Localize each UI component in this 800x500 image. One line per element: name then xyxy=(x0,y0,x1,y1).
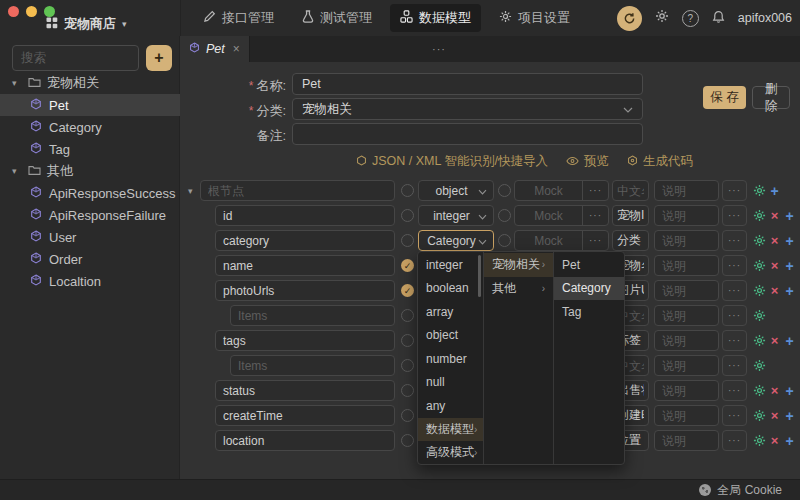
field-type-select[interactable]: integer xyxy=(418,205,494,226)
field-name-input[interactable] xyxy=(215,380,395,401)
more-options-button[interactable]: ··· xyxy=(722,405,747,426)
global-cookie-label[interactable]: 全局 Cookie xyxy=(717,482,782,499)
add-field-icon[interactable]: + xyxy=(783,233,796,248)
delete-field-icon[interactable]: × xyxy=(768,408,781,423)
description-input[interactable] xyxy=(654,230,719,251)
delete-field-icon[interactable]: × xyxy=(768,258,781,273)
type-option-integer[interactable]: integer xyxy=(418,253,483,277)
advanced-settings-icon[interactable] xyxy=(753,433,766,448)
type-option-null[interactable]: null xyxy=(418,371,483,395)
field-name-input[interactable] xyxy=(215,255,395,276)
advanced-settings-icon[interactable] xyxy=(753,183,766,198)
description-input[interactable] xyxy=(654,180,719,201)
required-checkbox[interactable] xyxy=(401,309,414,322)
mock-more-button[interactable]: ··· xyxy=(582,206,608,225)
required-checkbox[interactable] xyxy=(401,209,414,222)
menu-item-数据模型[interactable]: 数据模型› xyxy=(418,418,483,442)
sync-button[interactable] xyxy=(617,6,642,31)
field-name-input[interactable] xyxy=(215,280,395,301)
gear-icon[interactable] xyxy=(655,9,669,27)
advanced-settings-icon[interactable] xyxy=(753,383,766,398)
advanced-settings-icon[interactable] xyxy=(753,408,766,423)
scrollbar-thumb[interactable] xyxy=(478,255,481,297)
sidebar-item-apiresponsesuccess[interactable]: ApiResponseSuccess xyxy=(0,182,180,204)
delete-field-icon[interactable]: × xyxy=(768,433,781,448)
add-field-icon[interactable]: + xyxy=(783,283,796,298)
tree-folder[interactable]: ▾宠物相关 xyxy=(0,72,180,94)
advanced-settings-icon[interactable] xyxy=(753,333,766,348)
field-name-input[interactable] xyxy=(215,230,395,251)
menu-item-高级模式[interactable]: 高级模式› xyxy=(418,441,483,465)
secondary-checkbox[interactable] xyxy=(498,234,511,247)
sidebar-item-localtion[interactable]: Localtion xyxy=(0,270,180,292)
nav-tab-model[interactable]: 数据模型 xyxy=(390,4,481,32)
add-model-button[interactable]: + xyxy=(146,45,172,71)
model-category-select[interactable]: 宠物相关 xyxy=(292,98,643,120)
delete-field-icon[interactable]: × xyxy=(768,283,781,298)
required-checkbox[interactable] xyxy=(401,409,414,422)
advanced-settings-icon[interactable] xyxy=(753,258,766,273)
more-options-button[interactable]: ··· xyxy=(722,380,747,401)
mock-more-button[interactable]: ··· xyxy=(582,231,608,250)
search-input[interactable] xyxy=(12,45,139,71)
delete-field-icon[interactable]: × xyxy=(768,233,781,248)
required-checkbox[interactable] xyxy=(401,184,414,197)
more-options-button[interactable]: ··· xyxy=(722,230,747,251)
advanced-settings-icon[interactable] xyxy=(753,308,766,323)
model-group-宠物相关[interactable]: 宠物相关› xyxy=(484,253,553,277)
type-option-number[interactable]: number xyxy=(418,347,483,371)
add-field-icon[interactable]: + xyxy=(768,183,781,198)
preview-link[interactable]: 预览 xyxy=(566,153,609,170)
minimize-window-button[interactable] xyxy=(26,6,37,17)
more-options-button[interactable]: ··· xyxy=(722,430,747,451)
sidebar-item-tag[interactable]: Tag xyxy=(0,138,180,160)
description-input[interactable] xyxy=(654,380,719,401)
save-button[interactable]: 保 存 xyxy=(703,86,746,109)
nav-tab-settings[interactable]: 项目设置 xyxy=(489,4,580,32)
type-option-any[interactable]: any xyxy=(418,394,483,418)
add-field-icon[interactable]: + xyxy=(783,333,796,348)
help-icon[interactable]: ? xyxy=(682,10,699,27)
model-note-input[interactable] xyxy=(292,123,643,145)
tab-more-button[interactable]: ··· xyxy=(432,36,446,62)
sidebar-item-pet[interactable]: Pet xyxy=(0,94,180,116)
delete-field-icon[interactable]: × xyxy=(768,333,781,348)
model-name-input[interactable] xyxy=(292,73,643,95)
required-checkbox[interactable] xyxy=(401,384,414,397)
tab-pet[interactable]: Pet × xyxy=(180,36,250,62)
title-input[interactable] xyxy=(612,180,649,201)
model-option-tag[interactable]: Tag xyxy=(554,300,624,324)
nav-tab-test[interactable]: 测试管理 xyxy=(292,4,382,32)
advanced-settings-icon[interactable] xyxy=(753,233,766,248)
type-option-array[interactable]: array xyxy=(418,300,483,324)
field-name-input[interactable] xyxy=(230,355,395,376)
required-checkbox[interactable] xyxy=(401,334,414,347)
mock-input[interactable] xyxy=(515,206,582,225)
delete-button[interactable]: 删除 xyxy=(752,86,790,109)
required-checkbox[interactable]: ✓ xyxy=(401,284,414,297)
sidebar-item-order[interactable]: Order xyxy=(0,248,180,270)
advanced-settings-icon[interactable] xyxy=(753,208,766,223)
field-name-input[interactable] xyxy=(215,205,395,226)
mock-input[interactable] xyxy=(515,181,582,200)
more-options-button[interactable]: ··· xyxy=(722,330,747,351)
add-field-icon[interactable]: + xyxy=(783,433,796,448)
sidebar-item-user[interactable]: User xyxy=(0,226,180,248)
title-input[interactable] xyxy=(612,230,649,251)
description-input[interactable] xyxy=(654,355,719,376)
secondary-checkbox[interactable] xyxy=(498,184,511,197)
close-icon[interactable]: × xyxy=(233,42,240,56)
required-checkbox[interactable]: ✓ xyxy=(401,259,414,272)
model-option-category[interactable]: Category xyxy=(554,277,624,301)
add-field-icon[interactable]: + xyxy=(783,208,796,223)
advanced-settings-icon[interactable] xyxy=(753,358,766,373)
add-field-icon[interactable]: + xyxy=(783,408,796,423)
delete-field-icon[interactable]: × xyxy=(768,383,781,398)
field-type-select[interactable]: object xyxy=(418,180,494,201)
field-name-input[interactable] xyxy=(215,330,395,351)
type-option-object[interactable]: object xyxy=(418,324,483,348)
description-input[interactable] xyxy=(654,430,719,451)
advanced-settings-icon[interactable] xyxy=(753,283,766,298)
project-switcher[interactable]: 宠物商店 ▾ xyxy=(46,15,127,33)
smart-import-link[interactable]: JSON / XML 智能识别/快捷导入 xyxy=(356,153,548,170)
